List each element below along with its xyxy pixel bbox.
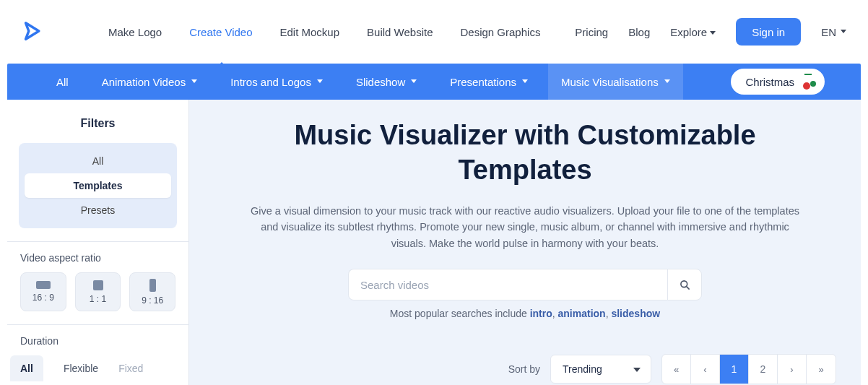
duration-all[interactable]: All [10, 355, 43, 381]
filter-mode-all[interactable]: All [25, 149, 171, 173]
pager-prev[interactable]: ‹ [691, 355, 720, 384]
cat-label: Music Visualisations [561, 76, 659, 88]
pager-page-2[interactable]: 2 [749, 355, 778, 384]
active-tab-pointer-icon [214, 62, 229, 69]
cat-label: Presentations [450, 76, 516, 88]
popular-prefix: Most popular searches include [390, 308, 530, 319]
logo[interactable] [22, 21, 43, 43]
cat-all[interactable]: All [43, 64, 82, 100]
aspect-label: 1 : 1 [90, 294, 106, 304]
search-input[interactable] [348, 269, 667, 300]
aspect-tall-icon [149, 279, 156, 292]
nav-make-logo[interactable]: Make Logo [108, 26, 162, 38]
duration-flexible[interactable]: Flexible [64, 355, 98, 381]
nav-build-website[interactable]: Build Website [367, 26, 433, 38]
aspect-ratio-label: Video aspect ratio [7, 252, 188, 272]
chevron-down-icon [191, 78, 197, 84]
cat-label: Slideshow [356, 76, 405, 88]
nav-explore[interactable]: Explore [670, 26, 716, 38]
nav-design-graphics[interactable]: Design Graphics [461, 26, 541, 38]
language-selector[interactable]: EN [821, 26, 846, 38]
pager-next[interactable]: › [778, 355, 807, 384]
pagination: « ‹ 1 2 › » [661, 354, 836, 384]
nav-blog[interactable]: Blog [628, 26, 650, 38]
chevron-down-icon [522, 78, 528, 84]
pager-first[interactable]: « [662, 355, 691, 384]
signin-button[interactable]: Sign in [736, 18, 801, 46]
aspect-16-9[interactable]: 16 : 9 [20, 272, 66, 311]
chevron-down-icon [411, 78, 417, 84]
page-description: Give a visual dimension to your music tr… [251, 203, 799, 251]
duration-label: Duration [7, 335, 188, 355]
pager-page-1[interactable]: 1 [720, 355, 749, 384]
sort-select[interactable]: Trending [550, 355, 651, 384]
cat-intros-logos[interactable]: Intros and Logos [217, 64, 336, 100]
search-icon [680, 280, 690, 290]
filters-title: Filters [7, 113, 188, 143]
nav-pricing[interactable]: Pricing [575, 26, 608, 38]
search-button[interactable] [667, 269, 702, 300]
aspect-square-icon [93, 280, 103, 290]
sort-value: Trending [563, 363, 602, 375]
chevron-down-icon [841, 28, 846, 34]
aspect-label: 16 : 9 [32, 293, 54, 303]
pager-last[interactable]: » [807, 355, 836, 384]
language-label: EN [821, 26, 836, 38]
popular-link-animation[interactable]: animation [558, 308, 606, 319]
aspect-label: 9 : 16 [142, 295, 163, 306]
chevron-down-icon [317, 78, 323, 84]
filter-mode-presets[interactable]: Presets [25, 198, 171, 222]
aspect-9-16[interactable]: 9 : 16 [129, 272, 175, 311]
popular-searches: Most popular searches include intro, ani… [214, 308, 836, 319]
aspect-1-1[interactable]: 1 : 1 [75, 272, 121, 311]
aspect-wide-icon [36, 281, 51, 289]
popular-link-intro[interactable]: intro [530, 308, 552, 319]
cat-animation-videos[interactable]: Animation Videos [89, 64, 210, 100]
popular-link-slideshow[interactable]: slideshow [611, 308, 660, 319]
cat-christmas[interactable]: Christmas [731, 69, 825, 95]
filter-mode-templates[interactable]: Templates [25, 173, 171, 198]
sort-label: Sort by [508, 363, 540, 375]
duration-fixed[interactable]: Fixed [118, 355, 143, 381]
chevron-down-icon [710, 30, 716, 35]
caret-down-icon [633, 368, 641, 372]
filter-mode-group: All Templates Presets [19, 143, 177, 228]
cat-label: Intros and Logos [230, 76, 311, 88]
chevron-down-icon [664, 78, 670, 84]
nav-edit-mockup[interactable]: Edit Mockup [280, 26, 340, 38]
cat-presentations[interactable]: Presentations [437, 64, 541, 100]
cat-music-visualisations[interactable]: Music Visualisations [548, 64, 683, 100]
svg-line-1 [686, 286, 689, 289]
christmas-ornament-icon [800, 74, 816, 90]
page-title: Music Visualizer with Customizable Templ… [229, 118, 821, 187]
cat-slideshow[interactable]: Slideshow [343, 64, 430, 100]
christmas-label: Christmas [745, 76, 794, 88]
cat-label: Animation Videos [102, 76, 186, 88]
filters-sidebar: Filters All Templates Presets Video aspe… [7, 100, 189, 385]
nav-create-video[interactable]: Create Video [189, 26, 252, 38]
nav-explore-label: Explore [670, 26, 707, 38]
